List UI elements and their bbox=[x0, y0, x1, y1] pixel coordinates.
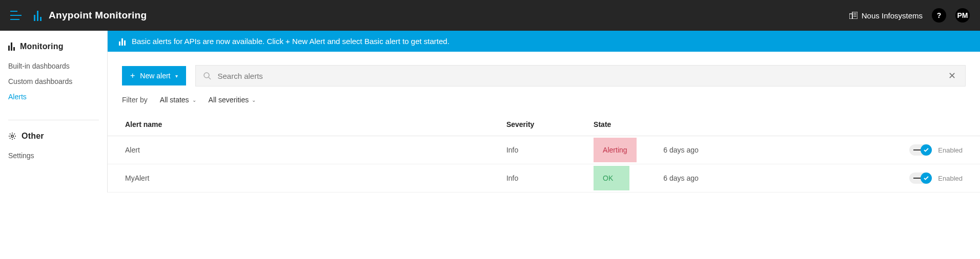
state-badge: OK bbox=[594, 166, 629, 190]
col-header-name[interactable]: Alert name bbox=[108, 113, 500, 136]
building-icon bbox=[849, 12, 858, 19]
app-title: Anypoint Monitoring bbox=[49, 10, 147, 21]
svg-rect-0 bbox=[849, 14, 852, 19]
chevron-down-icon: ▾ bbox=[175, 73, 178, 79]
cell-name: MyAlert bbox=[108, 164, 500, 192]
svg-point-6 bbox=[204, 73, 209, 78]
filter-label: Filter by bbox=[122, 96, 148, 104]
check-icon bbox=[921, 172, 932, 184]
svg-point-5 bbox=[11, 135, 13, 137]
svg-line-7 bbox=[209, 77, 211, 79]
col-header-severity[interactable]: Severity bbox=[500, 113, 587, 136]
banner-text: Basic alerts for APIs are now available.… bbox=[132, 37, 450, 46]
sidebar-item-alerts[interactable]: Alerts bbox=[8, 89, 99, 104]
cell-severity: Info bbox=[500, 136, 587, 164]
toggle-label: Enabled bbox=[938, 146, 963, 154]
cell-state: OK bbox=[587, 164, 657, 192]
chevron-down-icon: ⌄ bbox=[192, 97, 196, 103]
cell-time: 6 days ago bbox=[657, 164, 831, 192]
main-content: Basic alerts for APIs are now available.… bbox=[108, 31, 980, 192]
state-badge: Alerting bbox=[594, 138, 636, 162]
enable-toggle[interactable] bbox=[909, 144, 932, 156]
close-icon[interactable]: ✕ bbox=[946, 68, 958, 83]
new-alert-button[interactable]: + New alert ▾ bbox=[122, 66, 186, 85]
gear-icon bbox=[8, 132, 16, 140]
bars-icon bbox=[8, 42, 15, 51]
svg-rect-1 bbox=[852, 12, 858, 19]
cell-name: Alert bbox=[108, 136, 500, 164]
search-icon bbox=[203, 72, 217, 80]
search-box[interactable]: ✕ bbox=[195, 65, 966, 87]
table-row[interactable]: AlertInfoAlerting6 days agoEnabled bbox=[108, 136, 980, 164]
sidebar-item-builtin-dashboards[interactable]: Built-in dashboards bbox=[8, 58, 99, 74]
sidebar: Monitoring Built-in dashboards Custom da… bbox=[0, 31, 108, 192]
sidebar-section-other: Other bbox=[8, 132, 99, 141]
sidebar-item-custom-dashboards[interactable]: Custom dashboards bbox=[8, 74, 99, 89]
help-button[interactable]: ? bbox=[932, 8, 946, 23]
org-name: Nous Infosystems bbox=[862, 11, 923, 20]
cell-time: 6 days ago bbox=[657, 136, 831, 164]
filter-severity-dropdown[interactable]: All severities ⌄ bbox=[209, 96, 256, 104]
toggle-label: Enabled bbox=[938, 175, 963, 182]
info-banner: Basic alerts for APIs are now available.… bbox=[108, 31, 980, 52]
sidebar-item-settings[interactable]: Settings bbox=[8, 148, 99, 163]
search-input[interactable] bbox=[217, 72, 946, 80]
sidebar-divider bbox=[8, 120, 99, 120]
check-icon bbox=[921, 144, 932, 156]
plus-icon: + bbox=[130, 72, 135, 80]
chevron-down-icon: ⌄ bbox=[252, 97, 256, 103]
col-header-state[interactable]: State bbox=[587, 113, 657, 136]
alerts-table: Alert name Severity State AlertInfoAlert… bbox=[108, 113, 980, 192]
cell-severity: Info bbox=[500, 164, 587, 192]
sidebar-section-monitoring: Monitoring bbox=[8, 42, 99, 51]
cell-state: Alerting bbox=[587, 136, 657, 164]
chart-icon bbox=[119, 37, 126, 46]
menu-icon[interactable] bbox=[10, 11, 22, 20]
table-row[interactable]: MyAlertInfoOK6 days agoEnabled bbox=[108, 164, 980, 192]
user-avatar[interactable]: PM bbox=[955, 8, 970, 23]
app-logo-icon bbox=[34, 10, 42, 21]
org-switcher[interactable]: Nous Infosystems bbox=[849, 11, 923, 20]
enable-toggle[interactable] bbox=[909, 172, 932, 184]
topbar: Anypoint Monitoring Nous Infosystems ? P… bbox=[0, 0, 980, 31]
filter-state-dropdown[interactable]: All states ⌄ bbox=[160, 96, 196, 104]
